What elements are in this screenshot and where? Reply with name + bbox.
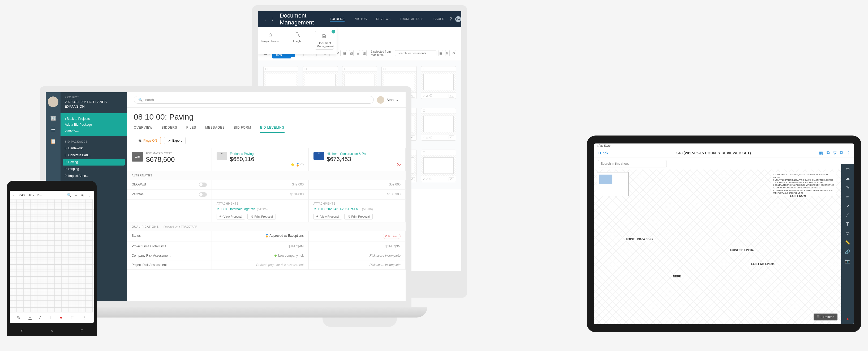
list-icon[interactable]: ☰ xyxy=(51,127,55,133)
bid-package-item[interactable]: 0: Striping xyxy=(63,166,125,172)
eraser-icon[interactable]: ☐ xyxy=(71,315,74,320)
building-icon[interactable]: 🏢 xyxy=(50,115,56,121)
page-tab[interactable]: MESSAGES xyxy=(205,123,225,133)
checkbox-icon[interactable]: ☐ xyxy=(342,66,377,71)
bid-package-item[interactable]: 0: Earthwork xyxy=(63,145,125,152)
checkbox-icon[interactable]: ☐ xyxy=(303,66,337,71)
cloud-icon[interactable]: ☁ xyxy=(845,176,850,181)
rename-icon[interactable]: ✐ xyxy=(336,50,341,56)
vendor-1-name[interactable]: Fairlanes Paving xyxy=(217,152,304,156)
ruler-icon[interactable]: 📏 xyxy=(845,240,850,245)
search-icon[interactable]: 🔍 xyxy=(67,193,71,197)
minimap-thumbnail[interactable] xyxy=(597,172,628,196)
user-avatar-icon[interactable] xyxy=(48,96,58,107)
line-icon[interactable]: ∕ xyxy=(847,213,848,217)
related-items-button[interactable]: ☰ 9 Related xyxy=(814,314,837,320)
tab-folders[interactable]: FOLDERS xyxy=(330,17,344,22)
flyout-project-home[interactable]: ⌂ Project Home xyxy=(261,31,280,50)
nav-home-icon[interactable]: ○ xyxy=(51,328,53,333)
back-icon[interactable]: ← xyxy=(12,193,16,197)
attachment-2-link[interactable]: 🗎 BTC_2020-43_I-295-Hot-La... (512kb) xyxy=(313,207,373,211)
print-proposal-1-button[interactable]: 🖨 Print Proposal xyxy=(247,214,276,220)
record-icon[interactable]: ● xyxy=(60,315,62,320)
page-tab[interactable]: BIDDERS xyxy=(162,123,177,133)
flyout-doc-mgmt[interactable]: 🗎 Document Management xyxy=(315,31,334,50)
bid-package-item[interactable]: 0: Impact Atten... xyxy=(63,172,125,179)
layers-icon[interactable]: ▣ xyxy=(81,193,84,197)
document-card[interactable]: ☐✓⚠ⓘV1 xyxy=(421,150,456,182)
checkbox-icon[interactable]: ☐ xyxy=(421,108,456,113)
tool-a-icon[interactable]: ▦ xyxy=(343,50,347,56)
highlighter-icon[interactable]: ✏ xyxy=(846,194,849,199)
checkbox-icon[interactable]: ☐ xyxy=(382,66,416,71)
grid-view-icon[interactable]: ⊞ xyxy=(445,50,450,56)
tab-issues[interactable]: ISSUES xyxy=(433,17,444,22)
filter-icon[interactable]: ▽ xyxy=(74,193,78,197)
tool-d-icon[interactable]: ▥ xyxy=(362,50,367,56)
nav-recents-icon[interactable]: □ xyxy=(81,328,83,333)
sheet-search-input[interactable] xyxy=(598,160,667,167)
share-icon[interactable]: ⇪ xyxy=(847,150,850,155)
view-proposal-2-button[interactable]: 👁 View Proposal xyxy=(313,214,342,220)
tab-reviews[interactable]: REVIEWS xyxy=(376,17,391,22)
document-card[interactable]: ☐✓⚠ⓘV1 xyxy=(421,108,456,141)
global-search-input[interactable]: 🔍 search xyxy=(134,96,374,104)
checkbox-icon[interactable]: ☐ xyxy=(264,66,298,71)
apps-grid-icon[interactable]: ⋮⋮⋮ xyxy=(263,17,275,21)
bid-package-item[interactable]: 0: Concrete Barr... xyxy=(63,152,125,158)
user-avatar[interactable]: GA xyxy=(455,16,461,22)
checkbox-icon[interactable]: ☐ xyxy=(421,150,456,155)
view-proposal-1-button[interactable]: 👁 View Proposal xyxy=(217,214,245,220)
page-tab[interactable]: OVERVIEW xyxy=(134,123,153,133)
calendar-icon[interactable]: ▦ xyxy=(438,50,443,56)
tool-b-icon[interactable]: ▧ xyxy=(349,50,353,56)
shape-icon[interactable]: ⬭ xyxy=(846,231,849,236)
arrow-icon[interactable]: ↗ xyxy=(846,204,849,209)
doc-search-input[interactable] xyxy=(395,50,436,56)
clipboard-icon[interactable]: 📋 xyxy=(50,139,56,144)
checkbox-icon[interactable]: ☐ xyxy=(421,66,456,71)
grid-icon[interactable]: ▦ xyxy=(819,150,823,155)
flyout-insight[interactable]: 〽 Insight xyxy=(288,31,307,50)
help-icon[interactable]: ? xyxy=(450,17,452,22)
back-to-projects-link[interactable]: ‹ Back to Projects xyxy=(65,116,123,122)
settings-icon[interactable]: ⚙ xyxy=(452,50,456,56)
link-icon[interactable]: 🔗 xyxy=(845,249,850,254)
copy-icon[interactable]: ⧉ xyxy=(840,150,843,155)
geoweb-toggle[interactable] xyxy=(199,182,207,187)
tab-photos[interactable]: PHOTOS xyxy=(354,17,367,22)
select-icon[interactable]: ▭ xyxy=(846,166,850,171)
page-tab[interactable]: FILES xyxy=(186,123,196,133)
filter-icon[interactable]: ▽ xyxy=(833,150,836,155)
tab-transmittals[interactable]: TRANSMITTALS xyxy=(400,17,423,22)
petrotac-toggle[interactable] xyxy=(199,193,207,197)
add-bid-package-link[interactable]: Add a Bid Package xyxy=(65,122,123,127)
plugs-toggle-button[interactable]: 🔌 Plugs ON xyxy=(134,137,161,144)
drawing-canvas[interactable]: 1. FOR SAWCUT LOCATIONS, SEE ROADWAY PLA… xyxy=(594,170,854,324)
pen-icon[interactable]: ✎ xyxy=(846,185,849,190)
pen-icon[interactable]: ✎ xyxy=(17,315,20,320)
document-card[interactable]: ☐✓⚠ⓘV1 xyxy=(421,66,456,99)
record-icon[interactable]: ● xyxy=(846,317,849,322)
jump-to-link[interactable]: Jump to... xyxy=(65,127,123,134)
line-icon[interactable]: ∕ xyxy=(40,315,41,320)
back-button[interactable]: ‹ Back xyxy=(598,151,609,155)
text-icon[interactable]: T xyxy=(49,315,52,320)
page-tab[interactable]: BID FORM xyxy=(234,123,251,133)
attachment-1-link[interactable]: 🗎 CCG_internalbudget.xls (512kb) xyxy=(217,207,268,211)
tool-c-icon[interactable]: ▤ xyxy=(356,50,360,56)
text-icon[interactable]: T xyxy=(846,222,849,227)
drawing-canvas[interactable] xyxy=(10,200,94,312)
print-proposal-2-button[interactable]: 🖨 Print Proposal xyxy=(344,214,372,220)
layers-icon[interactable]: ⧉ xyxy=(827,150,830,155)
bid-package-item[interactable]: 0: Paving xyxy=(63,158,125,166)
more-icon[interactable]: ⋮ xyxy=(87,193,91,197)
shape-icon[interactable]: △ xyxy=(28,315,32,320)
nav-back-icon[interactable]: ◁ xyxy=(21,328,23,333)
camera-icon[interactable]: 📷 xyxy=(845,259,850,264)
vendor-2-name[interactable]: Hitchens Construction & Pa... xyxy=(313,152,401,156)
user-menu[interactable]: Stan ⌄ xyxy=(377,96,399,104)
export-button[interactable]: ↗ Export xyxy=(164,137,186,144)
page-tab[interactable]: BID LEVELING xyxy=(260,123,284,133)
overflow-icon[interactable]: ⋮ xyxy=(83,315,87,320)
